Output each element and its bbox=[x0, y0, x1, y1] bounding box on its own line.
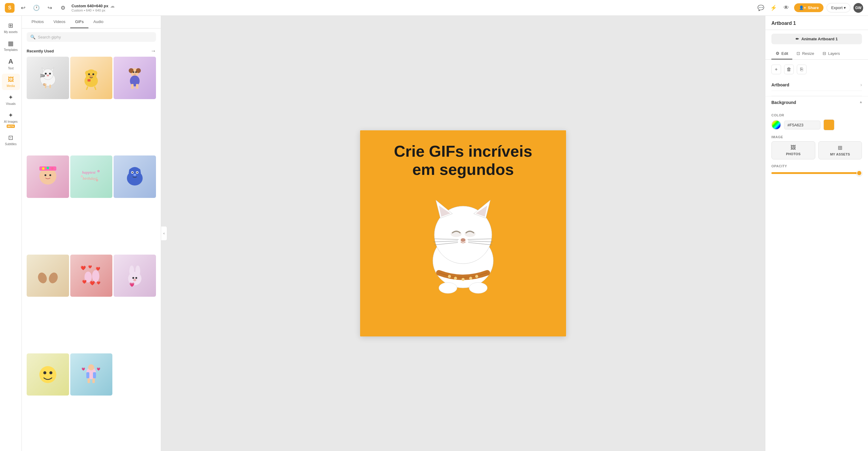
text-icon: A bbox=[8, 58, 13, 65]
visuals-icon: ✦ bbox=[8, 94, 13, 101]
sidebar-item-my-assets[interactable]: ⊞ My assets bbox=[2, 20, 20, 36]
share-icon: 👤+ bbox=[799, 5, 806, 10]
gif-item[interactable]: 💗 bbox=[114, 255, 156, 297]
svg-point-38 bbox=[51, 167, 54, 170]
background-section-header[interactable]: Background ▾ bbox=[765, 96, 868, 109]
gif-item[interactable]: 💗 💗 bbox=[70, 354, 113, 396]
svg-text:❤️: ❤️ bbox=[97, 281, 100, 285]
svg-point-105 bbox=[439, 282, 457, 293]
gif-grid: happiest birthday! ✿ ✿ ✿ bbox=[22, 57, 161, 451]
sidebar-item-visuals[interactable]: ✦ Visuals bbox=[2, 91, 20, 108]
svg-point-68 bbox=[129, 265, 134, 276]
artboard-canvas: Crie GIFs incríveis em segundos bbox=[360, 130, 566, 336]
chevron-right-icon: › bbox=[861, 82, 862, 88]
recently-used-label: Recently Used bbox=[27, 49, 54, 53]
opacity-label: OPACITY bbox=[771, 164, 862, 168]
action-buttons: + 🗑 ⎘ bbox=[771, 64, 862, 74]
lightning-button[interactable]: ⚡ bbox=[769, 3, 778, 13]
history-button[interactable]: 🕐 bbox=[31, 3, 41, 13]
gif-item[interactable] bbox=[114, 156, 156, 198]
tab-audio[interactable]: Audio bbox=[88, 16, 108, 28]
delete-layer-button[interactable]: 🗑 bbox=[784, 64, 794, 74]
svg-point-52 bbox=[132, 172, 133, 173]
sidebar-item-text[interactable]: A Text bbox=[2, 55, 20, 73]
avatar[interactable]: GW bbox=[854, 3, 863, 13]
settings-button[interactable]: ⚙ bbox=[58, 3, 68, 13]
project-title: Custom 640×640 px ☁ bbox=[71, 4, 752, 8]
svg-point-69 bbox=[135, 265, 140, 276]
sidebar-item-media[interactable]: 🖼 Media bbox=[2, 74, 20, 90]
svg-point-71 bbox=[135, 277, 137, 279]
tab-videos[interactable]: Videos bbox=[49, 16, 70, 28]
redo-button[interactable]: ↪ bbox=[45, 3, 55, 13]
gif-item[interactable] bbox=[27, 354, 69, 396]
cloud-icon: ☁ bbox=[110, 4, 115, 8]
animate-artboard-button[interactable]: ✏ Animate Artboard 1 bbox=[771, 34, 862, 44]
my-assets-icon: ⊞ bbox=[8, 22, 13, 29]
svg-text:✿: ✿ bbox=[97, 169, 100, 173]
svg-rect-82 bbox=[92, 378, 95, 383]
svg-point-36 bbox=[42, 167, 44, 170]
gif-item[interactable]: ❤️ ❤️ ❤️ ❤️ ❤️ ❤️ bbox=[70, 255, 113, 297]
svg-point-91 bbox=[451, 231, 462, 237]
see-all-button[interactable]: → bbox=[151, 48, 156, 54]
gif-item[interactable] bbox=[27, 255, 69, 297]
tab-edit[interactable]: ⚙ Edit bbox=[771, 48, 792, 59]
share-button[interactable]: 👤+ Share bbox=[794, 3, 824, 12]
svg-rect-30 bbox=[131, 84, 133, 89]
photos-source-button[interactable]: 🖼 Photos bbox=[771, 141, 815, 160]
export-button[interactable]: Export ▾ bbox=[827, 3, 850, 12]
svg-point-103 bbox=[469, 277, 472, 280]
svg-text:❤️: ❤️ bbox=[82, 279, 87, 284]
opacity-row: OPACITY bbox=[771, 164, 862, 175]
artboard-section-row[interactable]: Artboard › bbox=[771, 79, 862, 91]
svg-point-78 bbox=[88, 364, 94, 370]
resize-icon: ⊡ bbox=[797, 51, 800, 56]
color-hex-input[interactable]: #F5A623 bbox=[784, 121, 820, 130]
panel-collapse-button[interactable]: ‹ bbox=[161, 226, 167, 241]
svg-point-104 bbox=[475, 275, 478, 278]
add-layer-button[interactable]: + bbox=[771, 64, 781, 74]
canvas-area: ‹ Crie GIFs incríveis em segundos bbox=[161, 16, 765, 451]
color-swatch[interactable] bbox=[824, 119, 834, 130]
templates-icon: ▦ bbox=[8, 40, 13, 47]
svg-point-53 bbox=[136, 172, 138, 173]
opacity-slider[interactable] bbox=[771, 172, 862, 174]
duplicate-layer-button[interactable]: ⎘ bbox=[797, 64, 807, 74]
svg-text:💗: 💗 bbox=[129, 282, 135, 287]
app-logo: S bbox=[5, 3, 14, 13]
preview-button[interactable]: 👁 bbox=[781, 3, 791, 13]
svg-point-74 bbox=[39, 366, 56, 383]
right-panel: Artboard 1 ✏ Animate Artboard 1 ⚙ Edit ⊡… bbox=[765, 16, 868, 451]
sidebar-item-subtitles[interactable]: ⊡ Subtitles bbox=[2, 132, 20, 148]
my-assets-source-button[interactable]: ⊞ My Assets bbox=[818, 141, 862, 160]
svg-point-32 bbox=[133, 71, 134, 73]
tab-gifs[interactable]: GIFs bbox=[70, 16, 88, 28]
svg-point-63 bbox=[92, 270, 99, 282]
undo-button[interactable]: ↩ bbox=[18, 3, 28, 13]
svg-text:❤️: ❤️ bbox=[81, 265, 86, 271]
tab-photos[interactable]: Photos bbox=[27, 16, 49, 28]
tab-layers[interactable]: ⊟ Layers bbox=[818, 48, 844, 59]
gif-item[interactable]: happiest birthday! ✿ ✿ ✿ bbox=[70, 156, 113, 198]
sidebar-item-ai-images[interactable]: ✦ AI Images BETA bbox=[2, 109, 20, 130]
chat-button[interactable]: 💬 bbox=[756, 3, 766, 13]
gif-item[interactable] bbox=[27, 57, 69, 99]
search-input[interactable] bbox=[38, 35, 152, 39]
svg-point-100 bbox=[448, 275, 451, 278]
color-picker-button[interactable] bbox=[771, 120, 781, 130]
svg-rect-11 bbox=[50, 85, 51, 88]
tab-resize[interactable]: ⊡ Resize bbox=[792, 48, 818, 59]
svg-point-75 bbox=[43, 371, 46, 374]
sidebar-item-templates[interactable]: ▦ Templates bbox=[2, 37, 20, 54]
svg-point-37 bbox=[46, 167, 49, 169]
recently-used-header: Recently Used → bbox=[22, 46, 161, 57]
artboard-title: Artboard 1 bbox=[771, 21, 862, 26]
title-area: Custom 640×640 px ☁ Custom • 640 × 640 p… bbox=[71, 4, 752, 12]
gif-item[interactable] bbox=[70, 57, 113, 99]
gif-item[interactable] bbox=[114, 57, 156, 99]
gif-item[interactable] bbox=[27, 156, 69, 198]
svg-text:✿: ✿ bbox=[81, 175, 83, 178]
opacity-slider-container bbox=[771, 170, 862, 175]
color-row: #F5A623 bbox=[771, 119, 862, 130]
